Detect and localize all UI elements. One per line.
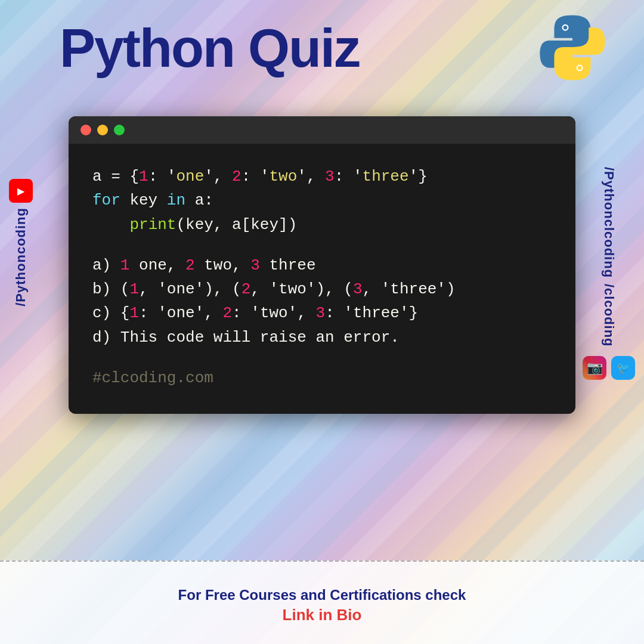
answer-a: a) 1 one, 2 two, 3 three xyxy=(92,253,552,277)
watermark: #clcoding.com xyxy=(92,366,552,390)
code-spacer-2 xyxy=(92,349,552,366)
youtube-icon xyxy=(9,179,33,203)
bottom-bar: For Free Courses and Certifications chec… xyxy=(0,561,644,644)
code-spacer xyxy=(92,237,552,253)
left-channel-label: /Pythoncoding xyxy=(13,208,29,306)
code-window: a = {1: 'one', 2: 'two', 3: 'three'} for… xyxy=(69,116,575,414)
right-social-panel: /Pythonclcoding /clcoding 📷 🐦 xyxy=(583,167,635,380)
left-social-panel: /Pythoncoding xyxy=(9,179,33,306)
answer-c: c) {1: 'one', 2: 'two', 3: 'three'} xyxy=(92,301,552,325)
answer-d: d) This code will raise an error. xyxy=(92,326,552,349)
right-channel2-label: /clcoding xyxy=(601,284,617,347)
code-body: a = {1: 'one', 2: 'two', 3: 'three'} for… xyxy=(69,144,575,414)
answer-b: b) (1, 'one'), (2, 'two'), (3, 'three') xyxy=(92,277,552,301)
code-line-1: a = {1: 'one', 2: 'two', 3: 'three'} xyxy=(92,165,552,188)
instagram-icon: 📷 xyxy=(583,356,606,380)
right-channel1-label: /Pythonclcoding xyxy=(601,167,617,278)
bottom-main-text: For Free Courses and Certifications chec… xyxy=(178,587,466,603)
svg-point-3 xyxy=(578,66,582,70)
twitter-icon: 🐦 xyxy=(611,356,635,380)
window-maximize-dot xyxy=(114,125,125,135)
code-line-3: print(key, a[key]) xyxy=(92,213,552,237)
window-chrome xyxy=(69,116,575,144)
code-line-2: for key in a: xyxy=(92,188,552,212)
svg-point-1 xyxy=(564,26,568,30)
bottom-link-text: Link in Bio xyxy=(283,606,362,624)
page-title: Python Quiz xyxy=(60,18,360,79)
python-logo-icon xyxy=(537,12,608,83)
bottom-dashed-line xyxy=(0,561,644,562)
social-icons-row: 📷 🐦 xyxy=(583,356,635,380)
window-close-dot xyxy=(80,125,91,135)
window-minimize-dot xyxy=(97,125,108,135)
